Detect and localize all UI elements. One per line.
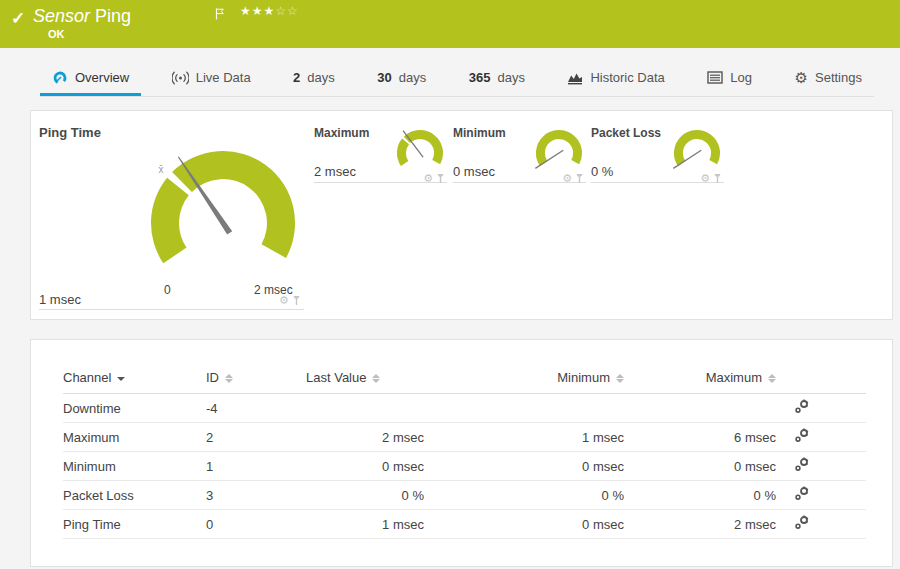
tab-log[interactable]: Log	[695, 62, 764, 96]
tab-label: Overview	[75, 70, 129, 85]
sort-icon	[768, 374, 776, 383]
channel-settings-icon[interactable]	[794, 486, 809, 504]
sensor-title-name: Ping	[95, 6, 131, 26]
cell-minimum: 0 msec	[424, 510, 624, 539]
tab-label: Live Data	[196, 70, 251, 85]
cell-id: -4	[206, 394, 306, 423]
cell-maximum: 6 msec	[624, 423, 776, 452]
tab-historic-data[interactable]: Historic Data	[555, 62, 676, 96]
table-row-minimum: Minimum 1 0 msec 0 msec 0 msec	[63, 452, 866, 481]
small-gauge-title: Minimum	[453, 126, 506, 140]
minimum-gauge	[530, 129, 588, 172]
stars-filled[interactable]: ★★★	[240, 4, 275, 18]
sort-desc-icon	[117, 377, 125, 381]
pin-icon[interactable]	[575, 173, 584, 184]
small-gauge-value: 2 msec	[314, 164, 356, 179]
sort-icon	[225, 374, 233, 383]
column-header-last-value[interactable]: Last Value	[306, 363, 424, 394]
tab-overview[interactable]: Overview	[40, 62, 141, 96]
table-row-ping-time: Ping Time 0 1 msec 0 msec 2 msec	[63, 510, 866, 539]
priority-flag-icon[interactable]	[215, 6, 225, 24]
gauge-icon	[52, 70, 68, 86]
gauge-settings-icon[interactable]: ⚙	[700, 173, 710, 184]
gear-icon: ⚙	[795, 70, 808, 85]
cell-maximum: 0 %	[624, 481, 776, 510]
cell-maximum: 0 msec	[624, 452, 776, 481]
live-data-icon	[172, 71, 189, 85]
gauge-actions: ⚙	[279, 295, 301, 306]
main-gauge-value: 1 msec	[39, 292, 81, 307]
gauge-underline	[39, 309, 304, 310]
gauge-settings-icon[interactable]: ⚙	[562, 173, 572, 184]
priority-stars[interactable]: ★★★☆☆	[240, 4, 299, 18]
tab-label: Settings	[815, 70, 862, 85]
tab-2-days[interactable]: 2 days	[281, 62, 347, 96]
channel-settings-icon[interactable]	[794, 399, 809, 417]
gauge-settings-icon[interactable]: ⚙	[423, 173, 433, 184]
tab-365-days[interactable]: 365 days	[457, 62, 537, 96]
small-gauge-maximum: Maximum 2 msec ⚙	[314, 126, 447, 183]
cell-channel: Packet Loss	[63, 481, 206, 510]
average-marker: x̄	[159, 164, 164, 175]
prtg-sensor-page: ✓ Sensor Ping ★★★☆☆ OK Overview Live Dat…	[0, 0, 900, 569]
column-header-maximum[interactable]: Maximum	[624, 363, 776, 394]
table-row-downtime: Downtime -4	[63, 394, 866, 423]
small-gauge-title: Maximum	[314, 126, 369, 140]
gauge-settings-icon[interactable]: ⚙	[279, 295, 289, 306]
column-header-id[interactable]: ID	[206, 363, 306, 394]
overview-gauges-panel: Ping Time x̄ 1 msec 0 2 msec ⚙ Maximum 2…	[30, 110, 893, 320]
small-gauge-packet-loss: Packet Loss 0 % ⚙	[591, 126, 724, 183]
tab-label: days	[399, 70, 426, 85]
cell-last-value: 1 msec	[306, 510, 424, 539]
pin-icon[interactable]	[436, 173, 445, 184]
sort-icon	[372, 374, 380, 383]
cell-last-value: 0 %	[306, 481, 424, 510]
cell-minimum	[424, 394, 624, 423]
tab-label: days	[307, 70, 334, 85]
tab-label: Log	[730, 70, 752, 85]
tab-live-data[interactable]: Live Data	[160, 62, 263, 96]
cell-channel: Minimum	[63, 452, 206, 481]
channel-settings-icon[interactable]	[794, 515, 809, 533]
sort-icon	[616, 374, 624, 383]
gauge-actions: ⚙	[562, 173, 584, 184]
channel-settings-icon[interactable]	[794, 428, 809, 446]
cell-minimum: 0 msec	[424, 452, 624, 481]
gauge-actions: ⚙	[423, 173, 445, 184]
cell-channel: Downtime	[63, 394, 206, 423]
tab-settings[interactable]: ⚙ Settings	[783, 62, 874, 96]
tab-30-days[interactable]: 30 days	[365, 62, 438, 96]
tab-bar: Overview Live Data 2 days 30 days 365 da…	[40, 62, 874, 97]
pin-icon[interactable]	[713, 173, 722, 184]
packet-loss-gauge	[668, 129, 726, 172]
channel-settings-icon[interactable]	[794, 457, 809, 475]
tab-label: Historic Data	[590, 70, 664, 85]
cell-last-value: 2 msec	[306, 423, 424, 452]
ping-time-gauge: x̄	[133, 143, 313, 279]
cell-id: 3	[206, 481, 306, 510]
cell-last-value: 0 msec	[306, 452, 424, 481]
cell-maximum	[624, 394, 776, 423]
column-header-channel[interactable]: Channel	[63, 363, 206, 394]
status-ok-check-icon: ✓	[11, 8, 25, 29]
tab-number: 30	[377, 70, 391, 85]
small-gauge-value: 0 %	[591, 164, 613, 179]
pin-icon[interactable]	[292, 295, 301, 306]
sensor-status-text: OK	[48, 28, 65, 40]
small-gauge-minimum: Minimum 0 msec ⚙	[453, 126, 586, 183]
table-row-packet-loss: Packet Loss 3 0 % 0 % 0 %	[63, 481, 866, 510]
maximum-gauge	[391, 129, 449, 172]
tab-label: days	[497, 70, 524, 85]
channels-table: Channel ID Last Value Minimum Maximum Do…	[63, 363, 866, 539]
cell-id: 0	[206, 510, 306, 539]
cell-minimum: 0 %	[424, 481, 624, 510]
table-header-row: Channel ID Last Value Minimum Maximum	[63, 363, 866, 394]
cell-id: 2	[206, 423, 306, 452]
column-header-minimum[interactable]: Minimum	[424, 363, 624, 394]
stars-empty[interactable]: ☆☆	[275, 4, 299, 18]
small-gauge-title: Packet Loss	[591, 126, 661, 140]
cell-id: 1	[206, 452, 306, 481]
cell-channel: Ping Time	[63, 510, 206, 539]
sensor-title: Sensor Ping	[33, 6, 131, 27]
tab-number: 365	[469, 70, 491, 85]
